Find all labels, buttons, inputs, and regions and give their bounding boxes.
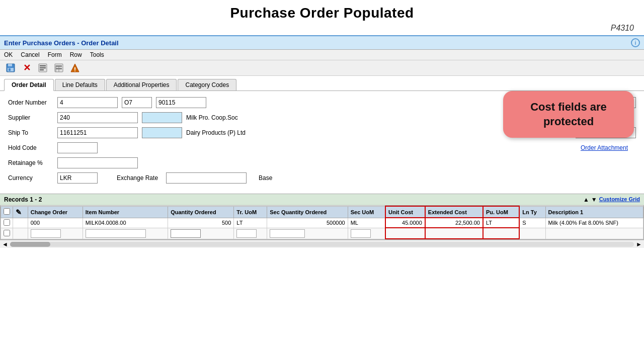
menu-tools[interactable]: Tools (90, 51, 104, 58)
col-header-extended-cost: Extended Cost (425, 206, 483, 218)
hold-code-input[interactable] (57, 142, 98, 153)
scroll-left-button[interactable]: ◄ (2, 241, 8, 248)
select-all-checkbox[interactable] (1, 206, 13, 218)
row1-sec-qty-ordered[interactable]: 500000 (267, 218, 348, 228)
cancel-button[interactable]: ✕ (20, 62, 33, 74)
scrollbar-track[interactable] (10, 242, 634, 247)
toolbar: ✕ (0, 60, 644, 76)
cost-bubble: Cost fields are protected (503, 91, 634, 138)
form-id: P4310 (0, 24, 644, 33)
save-button[interactable] (4, 62, 17, 74)
row1-unit-cost[interactable]: 45.0000 (385, 218, 425, 228)
row2-extended-cost[interactable] (425, 228, 483, 239)
row1-sec-uom[interactable]: ML (348, 218, 385, 228)
menu-row[interactable]: Row (70, 51, 82, 58)
col-header-pu-uom: Pu. UoM (483, 206, 519, 218)
ship-to-input[interactable] (57, 127, 138, 138)
hold-code-label: Hold Code (8, 144, 53, 151)
row2-sec-qty-ordered[interactable] (267, 228, 348, 239)
row1-tr-uom[interactable]: LT (234, 218, 267, 228)
scroll-down-button[interactable]: ▼ (591, 196, 597, 203)
tools-button[interactable] (68, 62, 82, 74)
menu-cancel[interactable]: Cancel (21, 51, 39, 58)
customize-grid-button[interactable]: Customize Grid (599, 196, 640, 203)
row2-checkbox[interactable] (1, 228, 13, 239)
col-header-sec-qty-ordered: Sec Quantity Ordered (267, 206, 348, 218)
table-row: 000 MILK04.0008.00 500 LT 500000 ML 45.0… (1, 218, 643, 228)
svg-rect-7 (40, 69, 44, 70)
row2-qty-ordered[interactable] (168, 228, 234, 239)
currency-input[interactable] (57, 172, 98, 184)
tab-order-detail[interactable]: Order Detail (4, 79, 54, 91)
supplier-input[interactable] (57, 112, 138, 123)
col-header-icon: ✎ (13, 206, 28, 218)
svg-rect-14 (74, 67, 75, 70)
supplier-name-input[interactable] (142, 112, 182, 123)
col-header-unit-cost: Unit Cost (385, 206, 425, 218)
row2-pu-uom[interactable] (483, 228, 519, 239)
order-number-3[interactable] (156, 97, 206, 108)
hold-code-row: Hold Code Order Attachment (8, 142, 636, 153)
row1-pu-uom[interactable]: LT (483, 218, 519, 228)
col-header-description-1: Description 1 (545, 206, 643, 218)
tab-additional-properties[interactable]: Additional Properties (106, 79, 177, 90)
form-header: Enter Purchase Orders - Order Detail i (0, 35, 644, 50)
row2-item-number[interactable] (83, 228, 168, 239)
menu-bar: OK Cancel Form Row Tools (0, 50, 644, 60)
ship-to-name-text: Dairy Products (P) Ltd (186, 129, 246, 136)
tab-line-defaults[interactable]: Line Defaults (55, 79, 105, 90)
row1-qty-ordered[interactable]: 500 (168, 218, 234, 228)
row-button[interactable] (52, 62, 65, 74)
ship-to-label: Ship To (8, 129, 53, 136)
menu-ok[interactable]: OK (4, 51, 13, 58)
records-count: Records 1 - 2 (4, 196, 42, 203)
tabs-bar: Order Detail Line Defaults Additional Pr… (0, 76, 644, 91)
info-icon[interactable]: i (631, 38, 640, 47)
order-number-2[interactable] (122, 97, 152, 108)
row2-description-1[interactable] (545, 228, 643, 239)
row1-item-number[interactable]: MILK04.0008.00 (83, 218, 168, 228)
supplier-name-text: Milk Pro. Coop.Soc (186, 114, 238, 121)
row1-checkbox[interactable] (1, 218, 13, 228)
form-title: Enter Purchase Orders - Order Detail (4, 39, 119, 47)
form-button[interactable] (36, 62, 49, 74)
row1-change-order[interactable]: 000 (28, 218, 83, 228)
row2-ln-ty[interactable] (519, 228, 545, 239)
form-body: Order Number Branch/Plant Supplier Milk … (0, 91, 644, 194)
page-title: Purchase Order Populated (0, 0, 644, 24)
exchange-rate-label: Exchange Rate (117, 174, 162, 182)
svg-point-15 (74, 70, 75, 71)
scroll-right-button[interactable]: ► (636, 241, 642, 248)
row1-extended-cost[interactable]: 22,500.00 (425, 218, 483, 228)
svg-rect-3 (9, 68, 11, 71)
ship-to-name-input[interactable] (142, 127, 182, 138)
row1-ln-ty[interactable]: S (519, 218, 545, 228)
grid-container: ✎ Change Order Item Number Quantity Orde… (0, 205, 644, 240)
order-number-1[interactable] (57, 97, 118, 108)
row2-sec-uom[interactable] (348, 228, 385, 239)
retainage-row: Retainage % (8, 157, 636, 168)
row2-change-order[interactable] (28, 228, 83, 239)
menu-form[interactable]: Form (48, 51, 62, 58)
bottom-scroll: ◄ ► (0, 240, 644, 248)
retainage-input[interactable] (57, 157, 138, 168)
col-header-sec-uom: Sec UoM (348, 206, 385, 218)
row2-unit-cost[interactable] (385, 228, 425, 239)
order-attachment-link[interactable]: Order Attachment (581, 144, 628, 151)
svg-rect-1 (8, 64, 12, 66)
records-bar-right: ▲ ▼ Customize Grid (583, 196, 640, 203)
currency-row: Currency Exchange Rate Base (8, 172, 636, 184)
row2-tr-uom[interactable] (234, 228, 267, 239)
scroll-up-button[interactable]: ▲ (583, 196, 589, 203)
row2-icon-col (13, 228, 28, 239)
supplier-label: Supplier (8, 114, 53, 121)
col-header-tr-uom: Tr. UoM (234, 206, 267, 218)
col-header-ln-ty: Ln Ty (519, 206, 545, 218)
exchange-rate-input[interactable] (166, 172, 247, 184)
order-number-label: Order Number (8, 99, 53, 106)
retainage-label: Retainage % (8, 159, 53, 166)
col-header-change-order: Change Order (28, 206, 83, 218)
row1-description-1[interactable]: Milk (4.00% Fat 8.00% SNF) (545, 218, 643, 228)
base-label: Base (259, 174, 304, 182)
tab-category-codes[interactable]: Category Codes (178, 79, 236, 90)
